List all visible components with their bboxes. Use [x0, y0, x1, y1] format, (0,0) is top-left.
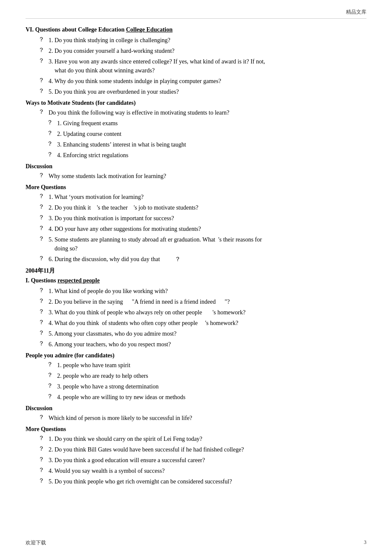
i-discussion-title: Discussion — [26, 405, 366, 412]
bullet: ？ — [38, 36, 47, 43]
vi-more-q4: ？ 4. DO your have any other suggestions … — [26, 224, 366, 233]
bullet: ？ — [38, 319, 47, 326]
vi-q5-text: 5. Do you think you are overburdened in … — [49, 87, 366, 96]
bullet: ？ — [47, 140, 55, 148]
ways-item-3: ？ 3. Enhancing students’ interest in wha… — [26, 140, 366, 149]
vi-discussion-item: ？ Why some students lack motivation for … — [26, 172, 366, 181]
i-q5-text: 5. Among your classmates, who do you adm… — [49, 329, 366, 338]
ways-item-4-text: 4. Enforcing strict regulations — [57, 151, 366, 160]
vi-more-title: More Questions — [26, 184, 366, 191]
bullet: ？ — [47, 151, 55, 158]
admire-item-4: ？ 4. people who are willing to try new i… — [26, 393, 366, 402]
ways-title: Ways to Motivate Students (for candidate… — [26, 100, 366, 106]
bullet: ？ — [47, 119, 55, 127]
bullet: ？ — [38, 445, 47, 453]
bullet: ？ — [38, 477, 47, 485]
i-q4: ？ 4. What do you think of students who o… — [26, 319, 366, 328]
admire-item-2-text: 2. people who are ready to help others — [57, 371, 366, 380]
bullet: ？ — [47, 382, 55, 390]
vi-more-q2-text: 2. Do you think it 's the teacher 's job… — [49, 203, 366, 212]
i-more-q4-text: 4. Would you say wealth is a symbol of s… — [49, 466, 366, 475]
vi-q3: ？ 3. Have you won any awards since enter… — [26, 57, 366, 75]
i-discussion-item: ？ Which kind of person is more likely to… — [26, 414, 366, 423]
vi-more-q4-text: 4. DO your have any other suggestions fo… — [49, 224, 366, 233]
bullet: ？ — [38, 308, 47, 316]
ways-item-4: ？ 4. Enforcing strict regulations — [26, 151, 366, 160]
admire-item-4-text: 4. people who are willing to try new ide… — [57, 393, 366, 402]
i-q5: ？ 5. Among your classmates, who do you a… — [26, 329, 366, 338]
bullet: ？ — [38, 46, 47, 54]
i-discussion-text: Which kind of person is more likely to b… — [49, 414, 366, 423]
i-q1-text: 1. What kind of people do you like worki… — [49, 287, 366, 296]
ways-item-1: ？ 1. Giving frequent exams — [26, 119, 366, 128]
bullet: ？ — [38, 214, 47, 221]
i-q4-text: 4. What do you think of students who oft… — [49, 319, 366, 328]
i-q3: ？ 3. What do you think of people who alw… — [26, 308, 366, 317]
bullet: ？ — [38, 456, 47, 463]
bullet: ？ — [38, 77, 47, 84]
footer: 欢迎下载 3 — [26, 539, 366, 546]
bullet: ？ — [38, 414, 47, 421]
i-title-text: I. Questions respected people — [26, 277, 100, 284]
vi-more-q3-text: 3. Do you think motivation is important … — [49, 214, 366, 223]
admire-item-1-text: 1. people who have team spirit — [57, 361, 366, 370]
vi-title-text: VI. Questions about College Education Co… — [26, 26, 173, 33]
ways-item-2: ？ 2. Updating course content — [26, 129, 366, 138]
bullet: ？ — [47, 371, 55, 379]
vi-q4-text: 4. Why do you think some students indulg… — [49, 77, 366, 86]
i-more-q1-text: 1. Do you think we should carry on the s… — [49, 434, 366, 443]
i-more-q4: ？ 4. Would you say wealth is a symbol of… — [26, 466, 366, 475]
ways-item-3-text: 3. Enhancing students’ interest in what … — [57, 140, 366, 149]
bullet: ？ — [47, 393, 55, 400]
footer-left: 欢迎下载 — [26, 539, 46, 546]
vi-more-q5-text: 5. Some students are planning to study a… — [49, 235, 366, 253]
bullet: ？ — [38, 255, 47, 262]
i-q2: ？ 2. Do you believe in the saying "A fri… — [26, 297, 366, 306]
admire-item-1: ？ 1. people who have team spirit — [26, 361, 366, 370]
header-bar: 精品文库 — [26, 9, 366, 19]
i-title-underline: respected people — [58, 277, 100, 284]
vi-q2-text: 2. Do you consider yourself a hard-worki… — [49, 46, 366, 55]
i-more-q5: ？ 5. Do you think people who get rich ov… — [26, 477, 366, 486]
section-vi-title: VI. Questions about College Education Co… — [26, 26, 366, 33]
vi-more-q1: ？ 1. What ‘yours motivation for learning… — [26, 193, 366, 201]
i-more-q2-text: 2. Do you think Bill Gates would have be… — [49, 445, 366, 454]
vi-q2: ？ 2. Do you consider yourself a hard-wor… — [26, 46, 366, 55]
admire-title: People you admire (for candidates) — [26, 352, 366, 359]
vi-q1-text: 1. Do you think studying in college is c… — [49, 36, 366, 45]
bullet: ？ — [38, 287, 47, 294]
i-q3-text: 3. What do you think of people who alway… — [49, 308, 366, 317]
bullet: ？ — [38, 224, 47, 232]
bullet: ？ — [38, 329, 47, 337]
bullet: ？ — [38, 235, 47, 243]
bullet: ？ — [38, 87, 47, 95]
i-more-q2: ？ 2. Do you think Bill Gates would have … — [26, 445, 366, 454]
vi-more-q3: ？ 3. Do you think motivation is importan… — [26, 214, 366, 223]
vi-q4: ？ 4. Why do you think some students indu… — [26, 77, 366, 86]
vi-more-q2: ？ 2. Do you think it 's the teacher 's j… — [26, 203, 366, 212]
vi-more-q1-text: 1. What ‘yours motivation for learning? — [49, 193, 366, 201]
bullet: ？ — [38, 434, 47, 442]
i-more-title: More Questions — [26, 426, 366, 433]
admire-item-2: ？ 2. people who are ready to help others — [26, 371, 366, 380]
vi-discussion-text: Why some students lack motivation for le… — [49, 172, 366, 181]
section-i-title: I. Questions respected people — [26, 277, 366, 284]
i-more-q3: ？ 3. Do you think a good education will … — [26, 456, 366, 465]
i-q2-text: 2. Do you believe in the saying "A frien… — [49, 297, 366, 306]
i-q1: ？ 1. What kind of people do you like wor… — [26, 287, 366, 296]
vi-q1: ？ 1. Do you think studying in college is… — [26, 36, 366, 45]
i-q6-text: 6. Among your teachers, who do you respe… — [49, 340, 366, 349]
bullet: ？ — [38, 203, 47, 211]
bullet: ？ — [47, 129, 55, 137]
page-container: 精品文库 VI. Questions about College Educati… — [0, 0, 392, 555]
vi-q3-text: 3. Have you won any awards since entered… — [49, 57, 366, 75]
ways-intro-text: Do you think the following way is effect… — [49, 108, 366, 117]
vi-more-q6: ？ 6. During the discussion, why did you … — [26, 255, 366, 264]
bullet: ？ — [38, 193, 47, 200]
i-more-q5-text: 5. Do you think people who get rich over… — [49, 477, 366, 486]
vi-more-q6-text: 6. During the discussion, why did you da… — [49, 255, 366, 264]
admire-item-3-text: 3. people who have a strong determinatio… — [57, 382, 366, 391]
vi-q5: ？ 5. Do you think you are overburdened i… — [26, 87, 366, 96]
i-q6: ？ 6. Among your teachers, who do you res… — [26, 340, 366, 349]
vi-discussion-title: Discussion — [26, 163, 366, 170]
